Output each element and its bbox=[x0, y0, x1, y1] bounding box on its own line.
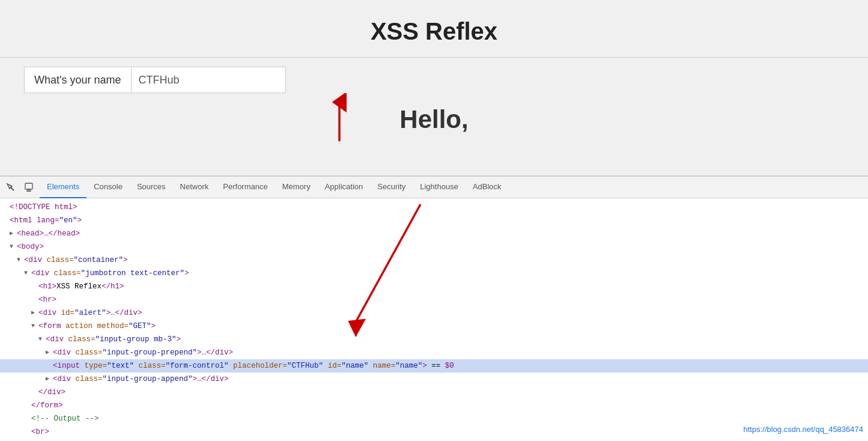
tab-network[interactable]: Network bbox=[173, 177, 216, 198]
html-line-form: ▼ <form action method="GET"> bbox=[0, 320, 868, 333]
browser-viewport: XSS Reflex What's your name Hello, bbox=[0, 0, 868, 175]
separator bbox=[0, 57, 868, 58]
tab-elements[interactable]: Elements bbox=[40, 177, 86, 198]
devtools-panel: Elements Console Sources Network Perform… bbox=[0, 175, 868, 441]
hello-text: Hello, bbox=[399, 105, 468, 134]
html-line-alert: ▶ <div id="alert">…</div> bbox=[0, 306, 868, 320]
html-line-close-form: </form> bbox=[0, 399, 868, 412]
html-line-append: ▶ <div class="input-group-append">…</div… bbox=[0, 373, 868, 386]
tab-console[interactable]: Console bbox=[86, 177, 130, 198]
html-line-doctype: <!DOCTYPE html> bbox=[0, 201, 868, 214]
html-line-html: <html lang="en"> bbox=[0, 214, 868, 227]
html-line-br: <br> bbox=[0, 425, 868, 439]
html-line-hr: <hr> bbox=[0, 293, 868, 306]
tab-performance[interactable]: Performance bbox=[216, 177, 275, 198]
tab-memory[interactable]: Memory bbox=[275, 177, 318, 198]
tab-lighthouse[interactable]: Lighthouse bbox=[413, 177, 466, 198]
html-line-container: ▼ <div class="container"> bbox=[0, 254, 868, 267]
device-icon[interactable] bbox=[20, 179, 37, 196]
credit-link[interactable]: https://blog.csdn.net/qq_45836474 bbox=[744, 424, 864, 436]
page-title: XSS Reflex bbox=[371, 18, 497, 45]
svg-line-2 bbox=[11, 187, 14, 190]
html-line-prepend: ▶ <div class="input-group-prepend">…</di… bbox=[0, 346, 868, 359]
tab-sources[interactable]: Sources bbox=[130, 177, 173, 198]
devtools-left-icons bbox=[2, 179, 37, 196]
devtools-toolbar: Elements Console Sources Network Perform… bbox=[0, 177, 868, 198]
arrow-up-indicator bbox=[315, 93, 363, 141]
svg-rect-3 bbox=[25, 183, 32, 189]
html-line-head[interactable]: ▶ <head>…</head> bbox=[0, 227, 868, 240]
name-input[interactable] bbox=[132, 67, 286, 93]
html-line-h1: <h1>XSS Reflex</h1> bbox=[0, 280, 868, 293]
tab-application[interactable]: Application bbox=[318, 177, 371, 198]
inspect-icon[interactable] bbox=[2, 179, 19, 196]
html-line-jumbotron: ▼ <div class="jumbotron text-center"> bbox=[0, 267, 868, 280]
html-line-comment: <!-- Output --> bbox=[0, 412, 868, 425]
tab-adblock[interactable]: AdBlock bbox=[466, 177, 509, 198]
html-line-input-group: ▼ <div class="input-group mb-3"> bbox=[0, 333, 868, 346]
tab-security[interactable]: Security bbox=[370, 177, 413, 198]
devtools-html-tree: <!DOCTYPE html> <html lang="en"> ▶ <head… bbox=[0, 198, 868, 441]
form-row: What's your name bbox=[0, 67, 868, 93]
form-label: What's your name bbox=[24, 67, 132, 93]
html-line-body: ▼ <body> bbox=[0, 240, 868, 254]
html-line-input[interactable]: <input type="text" class="form-control" … bbox=[0, 359, 868, 373]
html-line-close-div: </div> bbox=[0, 386, 868, 399]
